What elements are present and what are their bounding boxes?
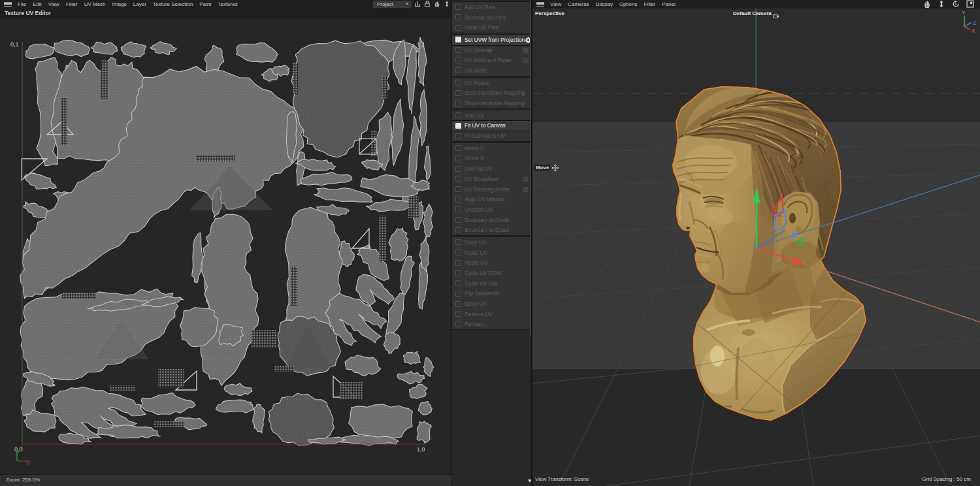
svg-text:Y: Y — [962, 10, 966, 16]
svg-text:X: X — [972, 28, 975, 34]
svg-text:1,0: 1,0 — [417, 446, 425, 453]
svg-text:0,0: 0,0 — [14, 446, 23, 453]
svg-text:1,1: 1,1 — [417, 41, 425, 48]
svg-text:U: U — [26, 459, 31, 466]
svg-text:Z: Z — [973, 20, 976, 26]
svg-text:0,1: 0,1 — [10, 41, 19, 48]
